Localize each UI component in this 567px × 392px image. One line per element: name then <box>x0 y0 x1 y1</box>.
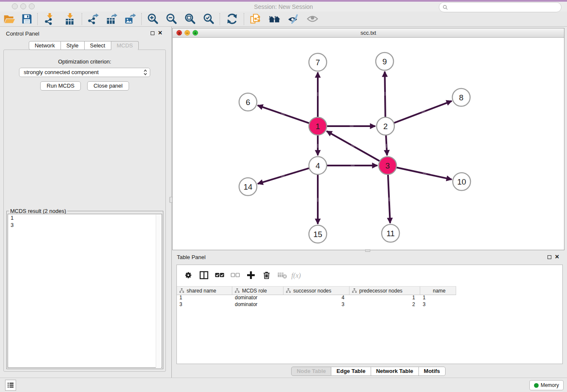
tab-select[interactable]: Select <box>85 41 111 50</box>
import-table-icon[interactable] <box>60 12 80 26</box>
cell-predecessor-nodes: 2 <box>350 301 420 308</box>
mcds-result-list[interactable]: 13 <box>8 214 162 368</box>
table-row[interactable]: 1dominator411 <box>177 294 562 301</box>
graph-node-10[interactable]: 10 <box>453 173 471 190</box>
column-type-icon <box>284 288 293 293</box>
graph-node-7[interactable]: 7 <box>309 53 327 71</box>
zoom-selected-icon[interactable] <box>199 12 218 26</box>
zoom-fit-icon[interactable] <box>181 12 199 26</box>
open-file-icon[interactable] <box>0 12 18 26</box>
task-history-button[interactable] <box>5 380 16 391</box>
cell-name: 3 <box>420 301 456 308</box>
home-icon[interactable] <box>265 12 284 26</box>
graph-node-14[interactable]: 14 <box>239 178 257 196</box>
memory-status-icon <box>534 383 539 388</box>
svg-text:15: 15 <box>313 230 322 239</box>
graph-node-15[interactable]: 15 <box>309 225 327 243</box>
svg-text:14: 14 <box>243 182 253 191</box>
memory-button[interactable]: Memory <box>529 380 564 390</box>
run-mcds-button[interactable]: Run MCDS <box>40 81 81 91</box>
gear-icon[interactable] <box>180 268 196 282</box>
tab-network[interactable]: Network <box>29 41 61 50</box>
graph-node-9[interactable]: 9 <box>376 52 394 70</box>
edge-label-2-3 <box>386 144 387 148</box>
edge-label-4-3 <box>351 165 355 166</box>
export-table-icon[interactable] <box>102 12 121 26</box>
cell-predecessor-nodes: 1 <box>350 294 420 301</box>
optimization-criterion-select[interactable]: strongly connected component <box>19 68 150 77</box>
network-view-window: x − + scc.txt 7968124314101511 <box>172 28 564 250</box>
import-network-icon[interactable] <box>39 12 60 26</box>
network-canvas[interactable]: 7968124314101511 <box>173 38 564 250</box>
delete-column-icon[interactable] <box>259 268 274 282</box>
graph-node-8[interactable]: 8 <box>452 88 470 106</box>
tab-motifs[interactable]: Motifs <box>419 367 446 376</box>
cell-shared-name: 3 <box>177 301 232 308</box>
tab-style[interactable]: Style <box>61 41 85 50</box>
svg-text:10: 10 <box>457 177 466 186</box>
control-panel-close-button[interactable]: ✕ <box>158 30 162 36</box>
export-image-icon[interactable] <box>121 12 140 26</box>
svg-text:1: 1 <box>316 122 320 131</box>
control-panel-float-button[interactable] <box>151 31 154 35</box>
graph-node-11[interactable]: 11 <box>382 224 399 242</box>
cell-shared-name: 1 <box>177 294 232 301</box>
column-header-predecessor-nodes[interactable]: predecessor nodes <box>350 286 420 295</box>
cell-MCDS-role: dominator <box>232 301 284 308</box>
tab-node-table[interactable]: Node Table <box>291 367 331 376</box>
save-session-icon[interactable] <box>18 12 36 26</box>
tab-mcds[interactable]: MCDS <box>111 41 139 50</box>
table-panel-header: Table Panel ✕ <box>172 252 564 263</box>
column-header-successor-nodes[interactable]: successor nodes <box>284 286 350 295</box>
svg-text:3: 3 <box>385 161 390 170</box>
zoom-in-icon[interactable] <box>143 12 162 26</box>
copy-network-icon[interactable] <box>246 12 265 26</box>
column-header-name[interactable]: name <box>420 286 456 295</box>
add-column-icon[interactable] <box>243 268 259 282</box>
column-header-MCDS-role[interactable]: MCDS role <box>232 286 284 295</box>
column-type-icon <box>232 288 242 293</box>
graph-node-2[interactable]: 2 <box>377 117 394 135</box>
svg-text:6: 6 <box>246 98 250 107</box>
cell-successor-nodes: 4 <box>284 294 350 301</box>
toolbar-separator <box>37 13 38 25</box>
toolbar-separator <box>82 13 82 25</box>
column-header-shared-name[interactable]: shared name <box>177 286 232 295</box>
control-panel-title: Control Panel <box>6 30 39 37</box>
search-icon <box>443 5 448 10</box>
control-panel-tabs: NetworkStyleSelectMCDS <box>0 41 168 50</box>
edge-label-1-7 <box>317 92 319 96</box>
table-row[interactable]: 3dominator323 <box>177 301 562 308</box>
cell-successor-nodes: 3 <box>284 301 350 308</box>
mcds-result-item[interactable]: 1 <box>8 214 162 221</box>
status-bar: Memory <box>0 378 567 392</box>
column-select-icon[interactable] <box>196 268 212 282</box>
svg-text:11: 11 <box>386 229 395 238</box>
result-scrollbar[interactable] <box>156 215 161 368</box>
graph-node-4[interactable]: 4 <box>309 157 327 174</box>
close-panel-button[interactable]: Close panel <box>87 81 129 91</box>
mcds-panel: Optimization criterion: strongly connect… <box>3 50 166 372</box>
mcds-result-item[interactable]: 3 <box>8 221 162 229</box>
graph-node-6[interactable]: 6 <box>239 93 257 111</box>
export-network-icon[interactable] <box>84 12 102 26</box>
edge-label-3-11 <box>388 197 390 201</box>
select-stepper-icon <box>143 69 147 76</box>
search-input[interactable] <box>439 2 561 12</box>
graph-node-3[interactable]: 3 <box>379 157 396 174</box>
tab-edge-table[interactable]: Edge Table <box>331 367 371 376</box>
table-panel-close-button[interactable]: ✕ <box>555 254 559 259</box>
zoom-out-icon[interactable] <box>162 12 181 26</box>
tab-network-table[interactable]: Network Table <box>371 367 419 376</box>
refresh-icon[interactable] <box>222 12 242 26</box>
toolbar-separator <box>244 13 244 25</box>
deselect-all-icon[interactable] <box>227 268 243 282</box>
list-icon <box>7 382 14 388</box>
hide-selected-icon[interactable] <box>284 12 303 26</box>
table-toolbar: f(x) <box>180 267 306 283</box>
table-panel-float-button[interactable] <box>548 255 551 259</box>
edge-label-1-4 <box>317 144 319 148</box>
show-all-icon[interactable] <box>303 12 322 26</box>
select-all-icon[interactable] <box>212 268 227 282</box>
graph-node-1[interactable]: 1 <box>309 117 327 135</box>
